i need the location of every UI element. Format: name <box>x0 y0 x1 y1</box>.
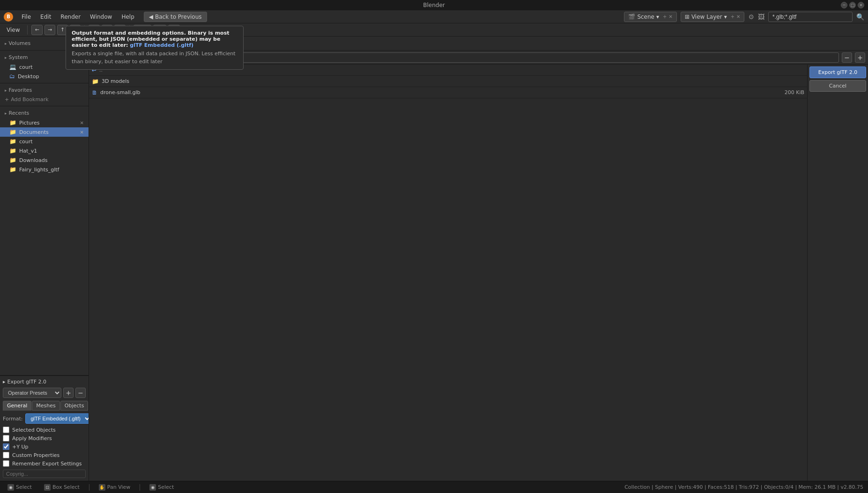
add-bookmark-label: Add Bookmark <box>11 96 49 103</box>
system-arrow: ▸ <box>5 55 7 60</box>
nav-up-btn[interactable]: ↑ <box>57 25 68 35</box>
filename-input[interactable] <box>92 52 839 63</box>
filter-btn[interactable]: 🔽 <box>153 25 166 35</box>
sidebar-item-documents[interactable]: 📁 Documents ✕ <box>0 127 89 137</box>
menu-bar: B File Edit Render Window Help ◀ Back to… <box>0 10 868 23</box>
format-select[interactable]: glTF Embedded (.gltf) <box>25 413 89 424</box>
checkbox-remember-settings[interactable] <box>3 460 9 467</box>
filename-plus-btn[interactable]: + <box>855 52 865 63</box>
cancel-btn[interactable]: Cancel <box>809 80 866 92</box>
sidebar-item-court-system-label: court <box>19 64 33 70</box>
view-details-btn[interactable]: ☰ <box>114 25 126 35</box>
nav-forward-btn[interactable]: → <box>45 25 55 35</box>
pan-label: Pan View <box>107 484 130 490</box>
blender-logo: B <box>4 12 13 22</box>
view-grid-btn[interactable]: ⊞ <box>89 25 99 35</box>
status-select-btn[interactable]: ◉ Select <box>5 483 35 492</box>
status-box-select-btn[interactable]: ⊡ Box Select <box>41 483 82 492</box>
scene-dropdown-icon: ▾ <box>656 14 659 20</box>
menu-help[interactable]: Help <box>118 13 138 21</box>
volumes-header[interactable]: ▸ Volumes <box>0 38 89 48</box>
filename-minus-btn[interactable]: − <box>842 52 852 63</box>
window-controls[interactable]: ─ □ ✕ <box>841 2 864 8</box>
sidebar-item-court[interactable]: 📁 court <box>0 137 89 146</box>
file-row-drone[interactable]: 🗎 drone-small.glb 200 KiB <box>89 87 807 98</box>
status-left: ◉ Select ⊡ Box Select ✋ Pan View ◉ Selec… <box>5 483 177 492</box>
file-browser: ↑ Documents/ − + ↩ .. 📁 3D models <box>89 37 868 481</box>
volumes-arrow: ▸ <box>5 41 7 46</box>
status-pan-btn[interactable]: ✋ Pan View <box>96 483 133 492</box>
file-name-drone: drone-small.glb <box>100 89 764 96</box>
maximize-btn[interactable]: □ <box>849 2 856 8</box>
path-up-btn[interactable]: ↑ <box>92 38 102 49</box>
pan-icon: ✋ <box>99 484 105 491</box>
option-remember-settings: Remember Export Settings <box>3 459 86 468</box>
label-apply-modifiers: Apply Modifiers <box>12 435 52 441</box>
sidebar-item-hat[interactable]: 📁 Hat_v1 <box>0 146 89 155</box>
checkbox-y-up[interactable] <box>3 443 9 450</box>
preset-remove-btn[interactable]: − <box>75 388 86 398</box>
parent-dir-name: .. <box>99 67 804 73</box>
view-layer-remove-icon: ✕ <box>736 14 740 19</box>
folder-icon-hat: 📁 <box>9 147 16 154</box>
file-icon-drone: 🗎 <box>92 89 97 96</box>
scene-selector[interactable]: 🎬 Scene ▾ + ✕ <box>624 12 676 22</box>
hidden-btn[interactable]: 👁 <box>168 25 180 35</box>
recents-arrow: ▸ <box>5 111 7 116</box>
sidebar-item-desktop[interactable]: 🗂 Desktop <box>0 72 89 81</box>
option-selected-objects: Selected Objects <box>3 426 86 434</box>
left-panel: ▸ Volumes ▸ System 💻 court 🗂 Desktop ▸ <box>0 37 89 481</box>
label-selected-objects: Selected Objects <box>12 427 56 433</box>
folder-icon-desktop: 🗂 <box>9 73 15 80</box>
sidebar-item-pictures[interactable]: 📁 Pictures ✕ <box>0 118 89 127</box>
operator-presets-dropdown[interactable]: Operator Presets <box>3 388 61 398</box>
recents-section: ▸ Recents 📁 Pictures ✕ 📁 Documents ✕ 📁 c… <box>0 106 89 375</box>
menu-file[interactable]: File <box>18 13 35 21</box>
tab-objects[interactable]: Objects <box>60 401 89 411</box>
view-layer-selector[interactable]: ⊞ View Layer ▾ + ✕ <box>681 12 745 22</box>
minimize-btn[interactable]: ─ <box>841 2 847 8</box>
search-input[interactable] <box>768 12 853 22</box>
file-row-3dmodels[interactable]: 📁 3D models <box>89 76 807 87</box>
copyright-input[interactable] <box>3 470 86 478</box>
search-icon[interactable]: 🔍 <box>856 13 864 21</box>
back-button[interactable]: ◀ Back to Previous <box>144 12 207 22</box>
sidebar-item-fairy[interactable]: 📁 Fairy_lights_gltf <box>0 165 89 174</box>
recent-documents-remove[interactable]: ✕ <box>80 130 84 135</box>
favorites-header[interactable]: ▸ Favorites <box>0 85 89 95</box>
checkbox-selected-objects[interactable] <box>3 427 9 433</box>
tab-general[interactable]: General <box>3 401 31 411</box>
recent-pictures-remove[interactable]: ✕ <box>80 120 84 125</box>
close-btn[interactable]: ✕ <box>858 2 864 8</box>
tab-meshes[interactable]: Meshes <box>32 401 59 411</box>
parent-dir-row[interactable]: ↩ .. <box>89 65 807 76</box>
status-select-btn-2[interactable]: ◉ Select <box>147 483 177 492</box>
export-panel-title: ▸ Export glTF 2.0 <box>3 379 86 385</box>
scene-label: Scene <box>637 14 654 20</box>
add-bookmark-icon: + <box>5 96 9 103</box>
checkbox-apply-modifiers[interactable] <box>3 435 9 441</box>
path-breadcrumb[interactable]: Documents/ <box>105 38 144 49</box>
view-menu-btn[interactable]: View <box>3 26 23 34</box>
preset-add-btn[interactable]: + <box>63 388 74 398</box>
scene-remove-icon: ✕ <box>668 14 672 19</box>
menu-render[interactable]: Render <box>57 13 84 21</box>
checkbox-custom-properties[interactable] <box>3 452 9 458</box>
sidebar-item-downloads[interactable]: 📁 Downloads <box>0 155 89 165</box>
content-area: ↩ .. 📁 3D models 🗎 drone-small.glb 200 K… <box>89 65 868 481</box>
sidebar-item-court-system[interactable]: 💻 court <box>0 62 89 72</box>
label-remember-settings: Remember Export Settings <box>12 461 82 467</box>
view-list-btn[interactable]: ≡ <box>102 25 112 35</box>
nav-refresh-btn[interactable]: ↺ <box>70 25 81 35</box>
export-gltf-btn[interactable]: Export glTF 2.0 <box>809 66 866 78</box>
add-bookmark-btn[interactable]: + Add Bookmark <box>0 95 89 104</box>
parent-dir-icon: ↩ <box>92 67 96 74</box>
recents-header[interactable]: ▸ Recents <box>0 108 89 118</box>
menu-window[interactable]: Window <box>86 13 116 21</box>
system-header[interactable]: ▸ System <box>0 52 89 62</box>
menu-edit[interactable]: Edit <box>37 13 55 21</box>
nav-back-btn[interactable]: ← <box>31 25 42 35</box>
sort-alpha-btn[interactable]: A→Z <box>134 25 151 35</box>
format-label: Format: <box>3 416 22 422</box>
file-list: ↩ .. 📁 3D models 🗎 drone-small.glb 200 K… <box>89 65 807 481</box>
